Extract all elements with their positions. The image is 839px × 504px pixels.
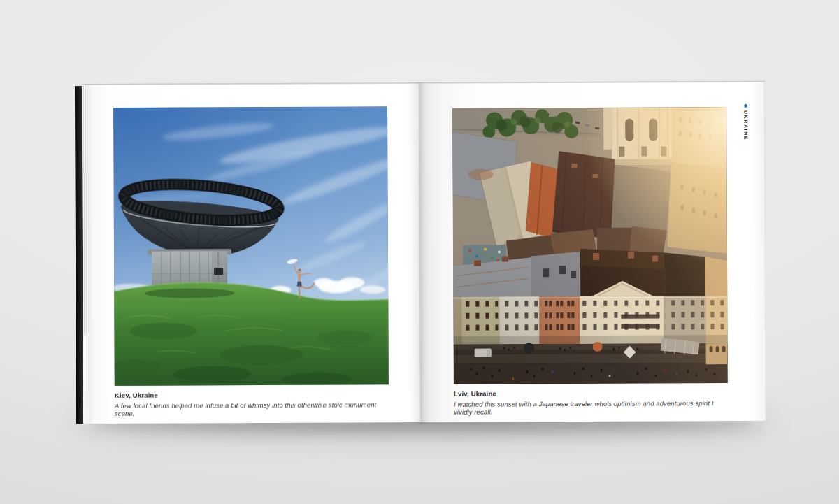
kiev-caption: Kiev, Ukraine A few local friends helped… bbox=[115, 390, 394, 417]
lviv-photo-illustration bbox=[452, 107, 728, 384]
lviv-caption-body: I watched this sunset with a Japanese tr… bbox=[454, 399, 733, 416]
left-page: Kiev, Ukraine A few local friends helped… bbox=[87, 84, 420, 424]
kiev-photo-illustration bbox=[113, 106, 389, 386]
lviv-photo bbox=[452, 107, 728, 384]
lviv-caption-title: Lviv, Ukraine bbox=[454, 389, 733, 398]
right-page: UKRAINE Lviv, Ukraine I watched this sun… bbox=[419, 82, 766, 422]
kiev-photo bbox=[113, 106, 389, 386]
bullet-dot-icon bbox=[744, 104, 747, 108]
chapter-edge-label: UKRAINE bbox=[743, 104, 748, 141]
edge-label-text: UKRAINE bbox=[743, 110, 748, 141]
photobook-mockup-scene: Kiev, Ukraine A few local friends helped… bbox=[0, 0, 839, 504]
kiev-caption-body: A few local friends helped me infuse a b… bbox=[115, 401, 394, 417]
lviv-caption: Lviv, Ukraine I watched this sunset with… bbox=[454, 389, 733, 416]
open-photobook-spread: Kiev, Ukraine A few local friends helped… bbox=[75, 81, 766, 425]
kiev-caption-title: Kiev, Ukraine bbox=[115, 390, 394, 399]
